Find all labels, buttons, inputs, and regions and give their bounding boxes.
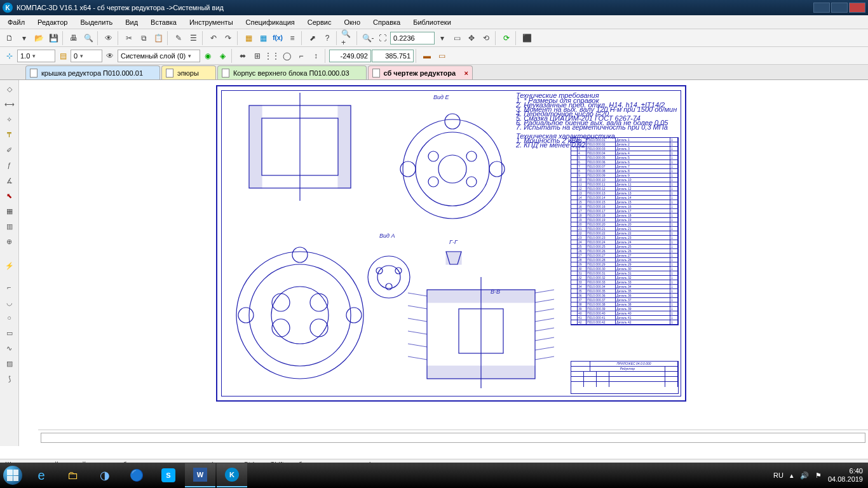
new-button[interactable]: 🗋: [3, 31, 17, 45]
menu-help[interactable]: Справка: [369, 17, 404, 27]
measure-tool[interactable]: ∡: [3, 174, 16, 187]
tab-cover[interactable]: крышка редуктора П010.000.01: [25, 65, 160, 79]
tray-clock[interactable]: 6:40 04.08.2019: [828, 467, 863, 484]
drawing-canvas[interactable]: Технические требования 1. * Размеры для …: [19, 80, 868, 446]
params-tool[interactable]: ƒ: [3, 159, 16, 172]
spec2-button[interactable]: ▦: [256, 31, 270, 45]
snap-mid-button[interactable]: ◈: [215, 49, 229, 63]
grid-button[interactable]: ⊞: [250, 49, 264, 63]
point-tool[interactable]: ⚡: [3, 259, 16, 272]
menu-file[interactable]: Файл: [4, 17, 29, 27]
menu-spec[interactable]: Спецификация: [242, 17, 299, 27]
new-drop[interactable]: ▾: [17, 31, 31, 45]
dims-tool[interactable]: ⟷: [3, 98, 16, 111]
refresh-button[interactable]: ⟳: [499, 31, 513, 45]
reports-tool[interactable]: ▥: [3, 220, 16, 233]
insert-tool[interactable]: ⊕: [3, 235, 16, 248]
menu-tools[interactable]: Инструменты: [186, 17, 237, 27]
ortho-button[interactable]: ⬌: [236, 49, 250, 63]
taskbar-kompas[interactable]: K: [217, 463, 247, 487]
redo-button[interactable]: ↷: [221, 31, 235, 45]
tab-epures[interactable]: эпюры: [161, 65, 216, 79]
menu-view[interactable]: Вид: [121, 17, 142, 27]
rect-tool[interactable]: ▭: [3, 327, 16, 339]
tray-lang[interactable]: RU: [773, 471, 783, 479]
fx-button[interactable]: f(x): [271, 31, 285, 45]
taskbar-skype[interactable]: S: [153, 463, 184, 487]
taskbar-ie[interactable]: e: [26, 463, 57, 487]
symbols-tool[interactable]: ✧: [3, 113, 16, 126]
tab-body[interactable]: Корпус верхнего блока П010.000.03: [217, 65, 367, 79]
close-button[interactable]: [849, 3, 865, 13]
snap-button[interactable]: ⊹: [3, 49, 17, 63]
menu-libs[interactable]: Библиотеки: [409, 17, 455, 27]
text-tool[interactable]: ₸: [3, 128, 16, 141]
curve-tool[interactable]: ⟆: [3, 372, 16, 385]
copy-button[interactable]: ⧉: [137, 31, 151, 45]
wall-button[interactable]: ▬: [420, 49, 434, 63]
scale-dropdown[interactable]: 1.0: [17, 50, 55, 62]
tray-flag-icon[interactable]: ⚑: [815, 471, 822, 480]
zoom-window-button[interactable]: ▭: [450, 31, 464, 45]
menu-service[interactable]: Сервис: [304, 17, 336, 27]
arc-tool[interactable]: ◡: [3, 296, 16, 309]
round-button[interactable]: ◯: [280, 49, 294, 63]
circle-tool[interactable]: ○: [3, 311, 16, 324]
wall2-button[interactable]: ▭: [435, 49, 449, 63]
pointer-button[interactable]: ⬈: [306, 31, 320, 45]
tab-assembly[interactable]: сб чертеж редуктора×: [368, 65, 473, 79]
local-cs-button[interactable]: ⌐: [294, 49, 308, 63]
menu-select[interactable]: Выделить: [76, 17, 116, 27]
taskbar-app1[interactable]: ◑: [90, 463, 120, 487]
taskbar-chrome[interactable]: 🔵: [121, 463, 152, 487]
spec-button[interactable]: ▦: [241, 31, 255, 45]
layer-name-dropdown[interactable]: Системный слой (0): [118, 50, 200, 62]
vars-button[interactable]: ≡: [285, 31, 299, 45]
zoom-out-button[interactable]: 🔍-: [361, 31, 375, 45]
zoom-drop[interactable]: ▾: [435, 31, 449, 45]
edit-tool[interactable]: ✐: [3, 144, 16, 156]
tray-volume-icon[interactable]: 🔊: [800, 471, 809, 480]
preview-button[interactable]: 👁: [102, 31, 116, 45]
stop-button[interactable]: ⬛: [520, 31, 534, 45]
menu-edit[interactable]: Редактор: [34, 17, 71, 27]
menu-window[interactable]: Окно: [340, 17, 364, 27]
zoom-field[interactable]: [390, 32, 435, 44]
save-button[interactable]: 💾: [46, 31, 60, 45]
brush-button[interactable]: ✎: [172, 31, 186, 45]
line-tool[interactable]: ⌐: [3, 281, 16, 294]
snap-grid-button[interactable]: ⋮⋮: [265, 49, 279, 63]
command-input[interactable]: [41, 433, 865, 443]
maximize-button[interactable]: [831, 3, 848, 13]
properties-button[interactable]: ☰: [186, 31, 200, 45]
menu-insert[interactable]: Вставка: [147, 17, 180, 27]
taskbar-explorer[interactable]: 🗀: [58, 463, 88, 487]
layers-button[interactable]: ▤: [56, 49, 70, 63]
open-button[interactable]: 📂: [32, 31, 46, 45]
undo-button[interactable]: ↶: [207, 31, 220, 45]
geometry-tool[interactable]: ◇: [3, 83, 16, 95]
spline-tool[interactable]: ∿: [3, 342, 16, 355]
snap-end-button[interactable]: ◉: [201, 49, 215, 63]
coord-x-field[interactable]: [329, 50, 371, 62]
dim-button[interactable]: ↕: [309, 49, 323, 63]
paste-button[interactable]: 📋: [151, 31, 165, 45]
cut-button[interactable]: ✂: [122, 31, 136, 45]
tab-close-icon[interactable]: ×: [465, 69, 468, 77]
zoom-in-button[interactable]: 🔍+: [341, 31, 355, 45]
print-button[interactable]: 🖶: [67, 31, 81, 45]
layer-vis-button[interactable]: 👁: [103, 49, 117, 63]
taskbar-word[interactable]: W: [185, 463, 215, 487]
pan-button[interactable]: ✥: [465, 31, 478, 45]
start-button[interactable]: [0, 463, 25, 488]
select-tool[interactable]: ⬉: [3, 189, 16, 202]
help-button[interactable]: ?: [320, 31, 334, 45]
hatch-tool[interactable]: ▨: [3, 357, 16, 370]
spec-tool[interactable]: ▦: [3, 205, 16, 217]
print-preview-button[interactable]: 🔍: [81, 31, 95, 45]
coord-y-field[interactable]: [372, 50, 414, 62]
layer-num-dropdown[interactable]: 0: [71, 50, 102, 62]
rotate-button[interactable]: ⟲: [479, 31, 493, 45]
minimize-button[interactable]: [813, 3, 830, 13]
tray-chevron-icon[interactable]: ▴: [790, 471, 794, 480]
